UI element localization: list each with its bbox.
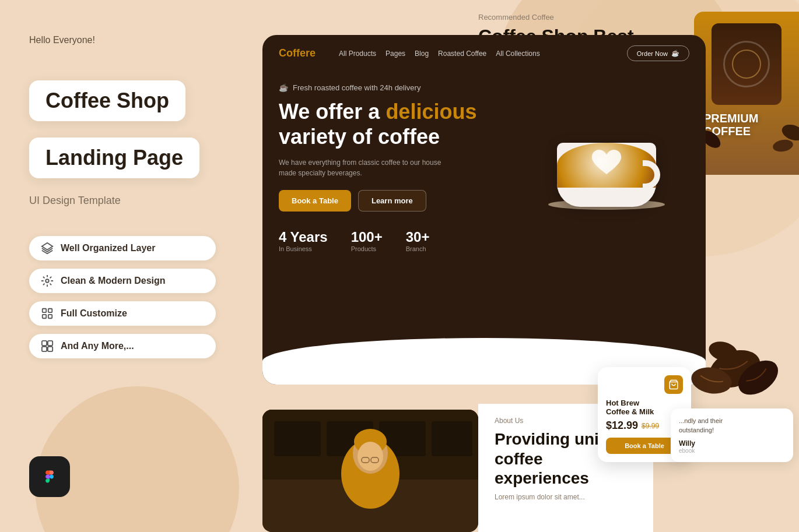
svg-rect-7 (48, 341, 52, 346)
stat-label-1: Products (351, 245, 383, 252)
coffee-cup-illustration (531, 82, 682, 256)
feature-item-2: Full Customize (29, 301, 216, 326)
svg-rect-8 (42, 347, 47, 351)
order-now-button[interactable]: Order Now ☕ (627, 45, 689, 61)
title-badge-line1: Coffee Shop (29, 80, 185, 121)
layers-icon (41, 242, 54, 255)
feature-item-3: And Any More,... (29, 334, 216, 358)
svg-rect-5 (48, 315, 52, 318)
beans-illustration (677, 305, 793, 410)
svg-point-24 (358, 442, 383, 471)
about-description: Lorem ipsum dolor sit amet... (495, 493, 637, 501)
stat-number-2: 30+ (406, 229, 430, 245)
figma-icon-wrapper (29, 456, 70, 497)
feature-item-0: Well Organized Layer (29, 236, 216, 260)
svg-rect-17 (274, 421, 321, 456)
svg-rect-6 (42, 341, 47, 346)
greeting-text: Hello Everyone! (29, 35, 216, 45)
feature-label-2: Full Customize (61, 308, 127, 319)
nav-logo: Coffere (279, 47, 316, 59)
more-icon (41, 340, 54, 353)
review-source: ebook (679, 448, 785, 454)
person-card (262, 410, 478, 532)
review-card: ...ndly and their outstanding! Willy ebo… (671, 408, 793, 462)
nav-link-0[interactable]: All Products (339, 50, 376, 58)
recommended-label: Recommended Coffee (478, 13, 682, 22)
stat-number-0: 4 Years (279, 229, 328, 245)
svg-rect-3 (48, 309, 52, 312)
feature-label-3: And Any More,... (61, 341, 134, 351)
title-badge-line2: Landing Page (29, 138, 199, 178)
learn-more-button[interactable]: Learn more (358, 190, 426, 212)
left-sidebar: Hello Everyone! Coffee Shop Landing Page… (0, 0, 245, 532)
customize-icon (41, 307, 54, 320)
reviewer-name: Willy (679, 439, 785, 448)
nav-links: All Products Pages Blog Roasted Coffee A… (339, 50, 615, 58)
stat-item-0: 4 Years In Business (279, 229, 328, 252)
order-icon: ☕ (671, 50, 679, 57)
stat-label-2: Branch (406, 245, 430, 252)
premium-text1: PREMIUM (703, 112, 790, 125)
feature-label-1: Clean & Modern Design (61, 276, 166, 286)
subtitle-text: UI Design Template (29, 195, 216, 207)
feature-list: Well Organized Layer Clean & Modern Desi… (29, 236, 216, 358)
svg-rect-4 (43, 315, 46, 318)
hero-title: We offer a delicious variety of coffee (279, 99, 477, 149)
figma-icon (39, 466, 60, 487)
nav-link-1[interactable]: Pages (386, 50, 405, 58)
stat-item-1: 100+ Products (351, 229, 383, 252)
svg-rect-20 (432, 421, 472, 456)
svg-rect-2 (43, 309, 46, 312)
price-old: $9.99 (642, 422, 659, 430)
stat-item-2: 30+ Branch (406, 229, 430, 252)
premium-card: PREMIUM COFFEE (694, 12, 799, 175)
landing-nav: Coffere All Products Pages Blog Roasted … (262, 35, 706, 72)
nav-link-3[interactable]: Roasted Coffee (438, 50, 486, 58)
review-text: ...ndly and their outstanding! (679, 417, 785, 435)
design-icon (41, 274, 54, 287)
book-table-button[interactable]: Book a Table (279, 190, 351, 212)
hero-description: We have everything from classic coffee t… (279, 157, 442, 178)
feature-item-1: Clean & Modern Design (29, 269, 216, 293)
stat-number-1: 100+ (351, 229, 383, 245)
feature-label-0: Well Organized Layer (61, 243, 155, 253)
landing-card: Coffere All Products Pages Blog Roasted … (262, 35, 706, 385)
product-card-icon (664, 375, 683, 394)
svg-point-1 (45, 279, 49, 283)
stat-label-0: In Business (279, 245, 328, 252)
price-new: $12.99 (606, 420, 638, 432)
svg-rect-9 (48, 347, 52, 351)
nav-link-2[interactable]: Blog (415, 50, 429, 58)
main-area: Recommended Coffee Coffee Shop Best Sell… (245, 0, 799, 532)
nav-link-4[interactable]: All Collections (496, 50, 539, 58)
